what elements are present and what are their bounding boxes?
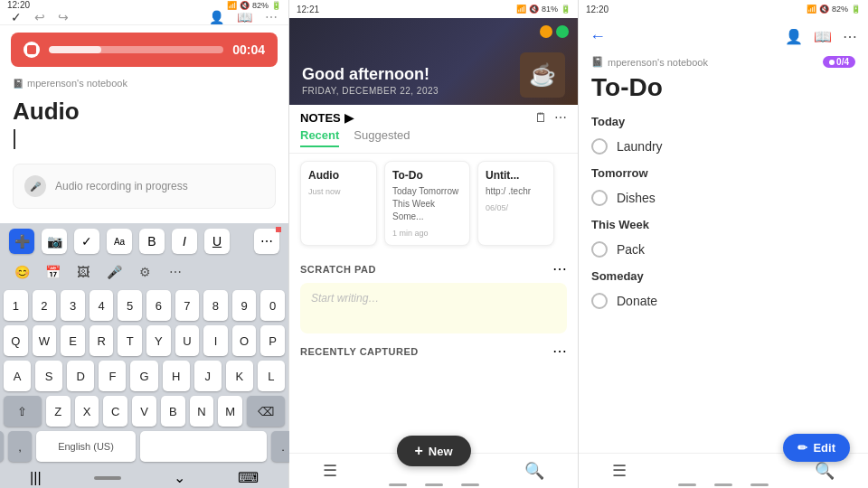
kb-key-9[interactable]: 9	[232, 290, 257, 321]
recently-captured-more-icon[interactable]: ⋯	[552, 343, 567, 360]
kb-calendar-icon[interactable]: 📅	[40, 259, 65, 285]
kb-key-d[interactable]: D	[67, 361, 94, 391]
todo-item-pack[interactable]: Pack	[579, 235, 868, 264]
kb-bottom-bar: ||| ⌄ ⌨	[4, 462, 285, 488]
kb-key-u[interactable]: U	[175, 325, 200, 356]
p2-nav-search-icon[interactable]: 🔍	[524, 461, 544, 481]
kb-mic-icon[interactable]: 🎤	[101, 259, 127, 285]
kb-key-j[interactable]: J	[194, 361, 222, 391]
kb-key-2[interactable]: 2	[33, 290, 57, 321]
kb-key-w[interactable]: W	[33, 325, 57, 356]
kb-emoji-icon[interactable]: 😊	[9, 259, 34, 285]
kb-italic-btn[interactable]: I	[172, 229, 197, 254]
kb-key-l[interactable]: L	[258, 361, 285, 391]
kb-more-btn[interactable]: ⋯	[254, 229, 279, 254]
kb-backspace-key[interactable]: ⌫	[247, 396, 285, 427]
p3-share-icon[interactable]: 👤	[785, 28, 803, 45]
kb-key-n[interactable]: N	[190, 396, 214, 427]
kb-key-f[interactable]: F	[99, 361, 126, 391]
todo-item-laundry[interactable]: Laundry	[579, 132, 868, 161]
kb-key-h[interactable]: H	[163, 361, 190, 391]
p2-nav-menu-icon[interactable]: ☰	[323, 461, 337, 481]
kb-key-e[interactable]: E	[61, 325, 85, 356]
p3-nav-dot-1	[678, 483, 696, 486]
checkbox-donate[interactable]	[591, 293, 608, 309]
notes-more-icon[interactable]: ⋯	[554, 110, 567, 125]
undo-icon[interactable]: ↩	[34, 10, 45, 24]
notes-list-icon[interactable]: 🗒	[534, 110, 547, 125]
kb-key-t[interactable]: T	[118, 325, 142, 356]
kb-key-6[interactable]: 6	[146, 290, 171, 321]
kb-key-x[interactable]: X	[75, 396, 99, 427]
card-todo[interactable]: To-Do Today Tomorrow This Week Some... 1…	[384, 161, 470, 246]
cursor-area[interactable]	[0, 129, 288, 149]
p3-more-icon[interactable]: ⋯	[843, 28, 857, 45]
kb-settings-icon[interactable]: ⚙	[132, 259, 157, 285]
kb-shift-key[interactable]: ⇧	[4, 396, 42, 427]
scratch-pad-more-icon[interactable]: ⋯	[552, 260, 567, 277]
kb-plus-btn[interactable]: ➕	[9, 229, 34, 254]
tab-recent[interactable]: Recent	[300, 128, 339, 147]
kb-key-o[interactable]: O	[232, 325, 257, 356]
book-icon[interactable]: 📖	[237, 10, 252, 24]
kb-check-btn[interactable]: ✓	[74, 229, 99, 254]
recording-bar[interactable]: 00:04	[11, 33, 278, 67]
kb-aa-btn[interactable]: Aa	[107, 229, 132, 254]
more-icon[interactable]: ⋯	[265, 10, 278, 24]
back-button[interactable]: ←	[590, 27, 606, 46]
kb-key-5[interactable]: 5	[118, 290, 142, 321]
redo-icon[interactable]: ↪	[58, 10, 69, 24]
kb-key-a[interactable]: A	[4, 361, 31, 391]
new-fab-button[interactable]: + New	[396, 436, 470, 466]
kb-bold-btn[interactable]: B	[139, 229, 165, 254]
share-icon[interactable]: 👤	[209, 10, 224, 24]
kb-space-key[interactable]	[140, 431, 267, 462]
kb-comma-key[interactable]: ,	[8, 431, 32, 462]
kb-key-p[interactable]: P	[260, 325, 285, 356]
kb-key-4[interactable]: 4	[90, 290, 114, 321]
kb-key-1[interactable]: 1	[4, 290, 28, 321]
kb-key-k[interactable]: K	[226, 361, 253, 391]
p3-book-icon[interactable]: 📖	[814, 28, 832, 45]
checkbox-pack[interactable]	[591, 241, 608, 258]
todo-item-donate[interactable]: Donate	[579, 286, 868, 315]
kb-key-s[interactable]: S	[35, 361, 62, 391]
kb-language-key[interactable]: English (US)	[36, 431, 136, 462]
kb-key-b[interactable]: B	[161, 396, 185, 427]
kb-key-q[interactable]: Q	[4, 325, 28, 356]
kb-image-icon[interactable]: 🖼	[71, 259, 96, 285]
edit-fab-button[interactable]: ✏ Edit	[783, 434, 850, 462]
status-icons-3: 📶 🔇 82% 🔋	[807, 5, 861, 14]
checkbox-dishes[interactable]	[591, 190, 608, 206]
kb-underline-btn[interactable]: U	[204, 229, 230, 254]
nav-keyboard-icon[interactable]: ⌨	[238, 469, 259, 486]
scratch-pad[interactable]: Start writing…	[300, 283, 567, 333]
kb-key-c[interactable]: C	[103, 396, 127, 427]
recording-time: 00:04	[232, 42, 265, 57]
kb-key-y[interactable]: Y	[146, 325, 171, 356]
card-audio[interactable]: Audio Just now	[300, 161, 377, 246]
tab-suggested[interactable]: Suggested	[354, 128, 410, 147]
checkbox-laundry[interactable]	[591, 138, 608, 155]
kb-dots-icon[interactable]: ⋯	[163, 259, 188, 285]
kb-key-z[interactable]: Z	[46, 396, 71, 427]
kb-key-0[interactable]: 0	[260, 290, 285, 321]
check-icon[interactable]: ✓	[11, 10, 22, 24]
notes-list-panel: 12:21 📶 🔇 81% 🔋 Good afternoon! FRIDAY, …	[289, 0, 579, 488]
card-untitled[interactable]: Untit... http:/ .techr 06/05/	[477, 161, 554, 246]
kb-key-8[interactable]: 8	[203, 290, 228, 321]
kb-symbols-key[interactable]: !#1	[0, 431, 4, 462]
p3-nav-menu-icon[interactable]: ☰	[612, 461, 627, 481]
kb-key-g[interactable]: G	[130, 361, 157, 391]
kb-key-m[interactable]: M	[218, 396, 242, 427]
kb-camera-btn[interactable]: 📷	[42, 229, 67, 254]
nav-down-icon[interactable]: ⌄	[174, 469, 185, 486]
kb-key-r[interactable]: R	[90, 325, 114, 356]
kb-key-v[interactable]: V	[132, 396, 156, 427]
todo-item-dishes[interactable]: Dishes	[579, 183, 868, 212]
kb-key-3[interactable]: 3	[61, 290, 85, 321]
kb-key-7[interactable]: 7	[175, 290, 200, 321]
p3-nav-search-icon[interactable]: 🔍	[815, 461, 835, 481]
kb-key-i[interactable]: I	[203, 325, 228, 356]
scratch-pad-title: SCRATCH PAD	[300, 264, 376, 275]
